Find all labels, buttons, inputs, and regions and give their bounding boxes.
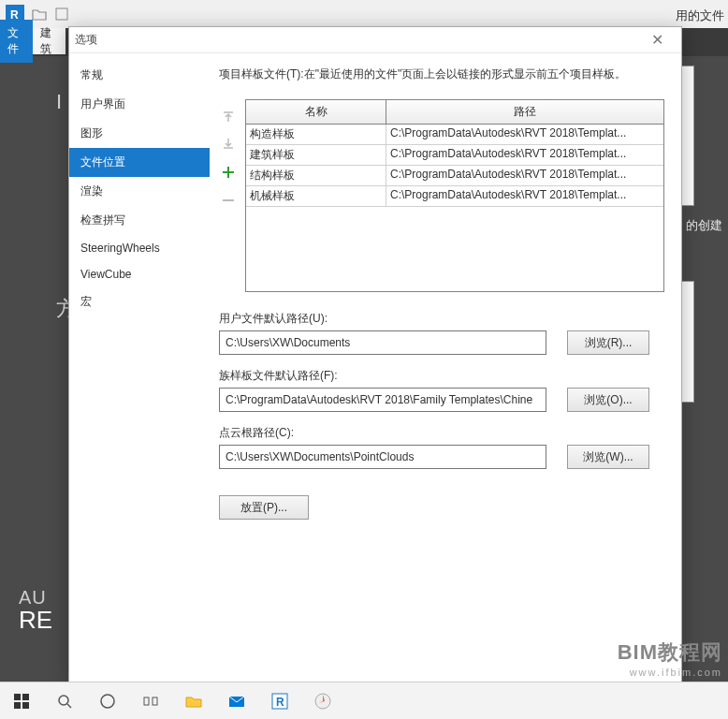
cortana-icon[interactable] bbox=[86, 682, 129, 720]
template-area: 名称 路径 构造样板C:\ProgramData\Autodesk\RVT 20… bbox=[219, 99, 664, 292]
svg-rect-11 bbox=[153, 697, 157, 705]
svg-rect-4 bbox=[22, 694, 29, 700]
reorder-toolbar bbox=[219, 99, 238, 292]
tab-file[interactable]: 文件 bbox=[0, 20, 33, 63]
cell-path: C:\ProgramData\Autodesk\RVT 2018\Templat… bbox=[386, 166, 663, 185]
cloud-path-label: 点云根路径(C): bbox=[219, 425, 664, 441]
watermark: BIM教程网 www.ifbim.com bbox=[618, 638, 722, 678]
nav-item-6[interactable]: SteeringWheels bbox=[69, 235, 210, 261]
browse-o-button[interactable]: 浏览(O)... bbox=[567, 388, 649, 412]
ribbon-tabs: 文件 建筑 bbox=[0, 28, 66, 54]
col-path: 路径 bbox=[386, 100, 663, 124]
nav-item-3[interactable]: 文件位置 bbox=[69, 148, 210, 177]
col-name: 名称 bbox=[246, 100, 386, 124]
explorer-icon[interactable] bbox=[172, 682, 215, 720]
svg-rect-2 bbox=[56, 8, 67, 20]
table-row[interactable]: 结构样板C:\ProgramData\Autodesk\RVT 2018\Tem… bbox=[246, 166, 663, 186]
nav-item-1[interactable]: 用户界面 bbox=[69, 90, 210, 119]
user-path-label: 用户文件默认路径(U): bbox=[219, 311, 664, 327]
bg-thumb-2 bbox=[681, 281, 694, 403]
taskview-icon[interactable] bbox=[129, 682, 172, 720]
nav-item-0[interactable]: 常规 bbox=[69, 61, 210, 90]
move-top-icon[interactable] bbox=[221, 109, 236, 124]
bg-thumb-1 bbox=[681, 66, 694, 206]
start-button[interactable] bbox=[0, 682, 43, 720]
svg-rect-10 bbox=[144, 697, 149, 705]
user-path-input[interactable] bbox=[219, 330, 546, 355]
svg-rect-3 bbox=[14, 694, 21, 700]
close-button[interactable]: ✕ bbox=[638, 29, 676, 51]
cell-path: C:\ProgramData\Autodesk\RVT 2018\Templat… bbox=[386, 145, 663, 165]
nav-item-4[interactable]: 渲染 bbox=[69, 177, 210, 206]
cell-name: 建筑样板 bbox=[246, 145, 386, 165]
family-path-group: 族样板文件默认路径(F): 浏览(O)... bbox=[219, 368, 664, 412]
nav-item-8[interactable]: 宏 bbox=[69, 287, 210, 316]
browse-r-button[interactable]: 浏览(R)... bbox=[567, 330, 649, 355]
svg-rect-6 bbox=[22, 702, 29, 709]
safari-icon[interactable] bbox=[301, 682, 344, 720]
svg-point-7 bbox=[59, 696, 68, 705]
table-row[interactable]: 建筑样板C:\ProgramData\Autodesk\RVT 2018\Tem… bbox=[246, 145, 663, 166]
nav-item-7[interactable]: ViewCube bbox=[69, 261, 210, 287]
nav-item-5[interactable]: 检查拼写 bbox=[69, 206, 210, 235]
watermark-url: www.ifbim.com bbox=[618, 667, 722, 678]
quick-access-bar: R 用的文件 bbox=[0, 0, 728, 28]
cell-path: C:\ProgramData\Autodesk\RVT 2018\Templat… bbox=[386, 186, 663, 206]
cell-name: 结构样板 bbox=[246, 166, 386, 185]
revit-taskbar-icon[interactable]: R bbox=[258, 682, 301, 720]
template-grid[interactable]: 名称 路径 构造样板C:\ProgramData\Autodesk\RVT 20… bbox=[245, 99, 664, 292]
browse-w-button[interactable]: 浏览(W)... bbox=[567, 445, 649, 469]
bg-brand-bottom: RE bbox=[19, 606, 52, 635]
move-down-icon[interactable] bbox=[221, 137, 236, 152]
table-row[interactable]: 机械样板C:\ProgramData\Autodesk\RVT 2018\Tem… bbox=[246, 186, 663, 207]
bg-right-create: 的创建 bbox=[686, 217, 722, 234]
add-icon[interactable] bbox=[221, 165, 236, 180]
cell-name: 构造样板 bbox=[246, 125, 386, 144]
table-row[interactable]: 构造样板C:\ProgramData\Autodesk\RVT 2018\Tem… bbox=[246, 125, 663, 145]
svg-point-9 bbox=[101, 695, 114, 708]
search-icon[interactable] bbox=[43, 682, 86, 720]
mail-icon[interactable] bbox=[215, 682, 258, 720]
bg-char-1: I bbox=[56, 90, 62, 114]
family-path-label: 族样板文件默认路径(F): bbox=[219, 368, 664, 384]
remove-icon[interactable] bbox=[221, 193, 236, 208]
category-nav: 常规用户界面图形文件位置渲染检查拼写SteeringWheelsViewCube… bbox=[69, 53, 210, 682]
svg-line-8 bbox=[67, 704, 71, 708]
taskbar: R bbox=[0, 682, 728, 719]
grid-header: 名称 路径 bbox=[246, 100, 663, 125]
cell-path: C:\ProgramData\Autodesk\RVT 2018\Templat… bbox=[386, 125, 663, 144]
svg-rect-5 bbox=[14, 702, 21, 709]
dialog-titlebar: 选项 ✕ bbox=[69, 27, 681, 53]
cloud-path-group: 点云根路径(C): 浏览(W)... bbox=[219, 425, 664, 469]
place-button[interactable]: 放置(P)... bbox=[219, 495, 309, 520]
family-path-input[interactable] bbox=[219, 388, 546, 412]
main-panel: 项目样板文件(T):在"最近使用的文件"页面上会以链接的形式显示前五个项目样板。… bbox=[210, 53, 681, 682]
bg-right-text: 用的文件 bbox=[676, 7, 724, 24]
template-description: 项目样板文件(T):在"最近使用的文件"页面上会以链接的形式显示前五个项目样板。 bbox=[219, 66, 664, 82]
nav-item-2[interactable]: 图形 bbox=[69, 119, 210, 148]
options-dialog: 选项 ✕ 常规用户界面图形文件位置渲染检查拼写SteeringWheelsVie… bbox=[68, 26, 682, 683]
cloud-path-input[interactable] bbox=[219, 445, 546, 469]
dialog-title: 选项 bbox=[75, 32, 638, 48]
user-path-group: 用户文件默认路径(U): 浏览(R)... bbox=[219, 311, 664, 355]
svg-text:R: R bbox=[276, 696, 284, 709]
cell-name: 机械样板 bbox=[246, 186, 386, 206]
watermark-title: BIM教程网 bbox=[618, 638, 722, 667]
place-row: 放置(P)... bbox=[219, 495, 664, 520]
